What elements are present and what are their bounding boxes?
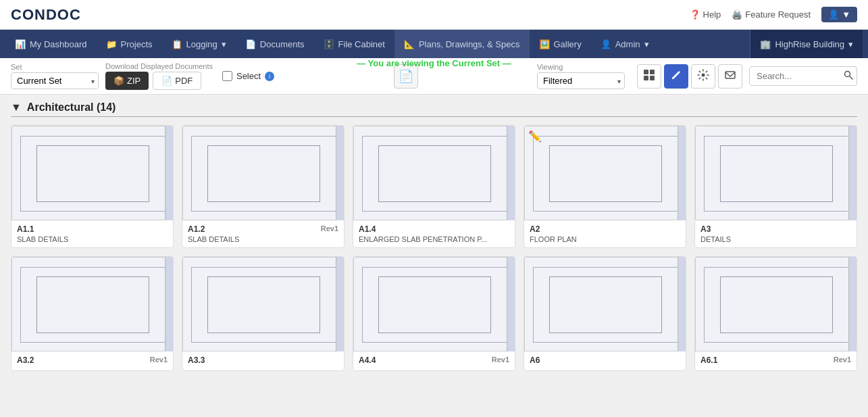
cards-grid-row1: A1.1 SLAB DETAILS A1.2 Rev1 SLAB DETAILS — [11, 125, 857, 248]
search-wrap — [749, 66, 857, 86]
card-side-bar — [848, 257, 857, 351]
card-title: SLAB DETAILS — [188, 235, 338, 243]
projects-icon: 📁 — [106, 39, 117, 49]
logging-icon: 📋 — [172, 39, 182, 49]
card-thumb — [182, 257, 344, 351]
card-thumb — [353, 257, 515, 351]
toolbar: — You are viewing the Current Set — Set … — [0, 58, 868, 95]
pdf-download-button[interactable]: 📄 PDF — [153, 72, 201, 90]
toolbar-icons — [637, 64, 742, 89]
svg-point-6 — [844, 72, 850, 77]
sidebar-item-logging[interactable]: 📋 Logging ▾ — [162, 30, 236, 58]
card-a6[interactable]: A6 — [524, 256, 686, 371]
cards-grid-row2: A3.2 Rev1 A3.3 — [11, 256, 857, 371]
card-number: A1.2 — [188, 224, 205, 234]
card-title: ENLARGED SLAB PENETRATION P... — [359, 235, 509, 243]
help-icon: ❓ — [690, 9, 700, 20]
card-number: A1.1 — [17, 224, 34, 234]
svg-rect-5 — [725, 72, 735, 78]
feature-icon: 🖨️ — [732, 9, 742, 20]
settings-button[interactable] — [691, 64, 715, 89]
svg-rect-3 — [650, 76, 655, 80]
sidebar-item-gallery[interactable]: 🖼️ Gallery — [530, 30, 591, 58]
card-number: A3 — [700, 224, 711, 234]
card-a6-1[interactable]: A6.1 Rev1 — [694, 256, 857, 371]
plans-icon: 📐 — [404, 39, 415, 49]
download-label: Download Displayed Documents — [105, 62, 213, 70]
edit-icon — [670, 69, 682, 84]
dashboard-icon: 📊 — [15, 39, 26, 49]
svg-rect-0 — [644, 70, 648, 74]
card-a2[interactable]: ✏️ A2 FLOOR PLAN — [524, 125, 686, 248]
sidebar-item-documents[interactable]: 📄 Documents — [236, 30, 314, 58]
card-number: A4.4 — [359, 355, 376, 365]
card-a3-3[interactable]: A3.3 — [182, 256, 344, 371]
card-number: A6.1 — [700, 355, 717, 365]
card-info: A6 — [524, 351, 686, 370]
user-avatar-button[interactable]: 👤 ▼ — [821, 7, 857, 22]
set-dropdown[interactable]: Current Set — [11, 72, 99, 89]
section-toggle-button[interactable]: ▼ — [11, 101, 22, 114]
card-revision: Rev1 — [321, 224, 338, 234]
email-button[interactable] — [718, 64, 742, 89]
grid-view-button[interactable] — [637, 64, 661, 89]
sidebar-item-dashboard[interactable]: 📊 My Dashboard — [5, 30, 97, 58]
doc-small-icon: 📄 — [399, 69, 413, 84]
building-selector[interactable]: 🏢 HighRise Building ▾ — [750, 30, 863, 58]
logo: CONDOC — [11, 6, 81, 24]
select-checkbox[interactable] — [222, 71, 232, 81]
sidebar-item-admin[interactable]: 👤 Admin ▾ — [591, 30, 659, 58]
set-dropdown-wrap: Set Current Set ▾ — [11, 63, 99, 89]
svg-point-4 — [701, 73, 705, 76]
sidebar-item-projects[interactable]: 📁 Projects — [97, 30, 162, 58]
admin-icon: 👤 — [601, 39, 611, 49]
card-title: FLOOR PLAN — [530, 235, 680, 243]
card-revision: Rev1 — [492, 355, 509, 365]
feature-request-button[interactable]: 🖨️ Feature Request — [732, 9, 811, 20]
documents-icon: 📄 — [245, 39, 256, 49]
card-info: A6.1 Rev1 — [695, 351, 857, 370]
zip-download-button[interactable]: 📦 ZIP — [105, 72, 149, 90]
card-info: A4.4 Rev1 — [353, 351, 515, 370]
card-a3[interactable]: A3 DETAILS — [694, 125, 857, 248]
card-a1-2[interactable]: A1.2 Rev1 SLAB DETAILS — [182, 125, 344, 248]
gear-icon — [697, 69, 709, 84]
select-info-icon[interactable]: i — [265, 72, 274, 81]
download-buttons: 📦 ZIP 📄 PDF — [105, 72, 213, 90]
card-info: A2 FLOOR PLAN — [524, 220, 686, 247]
card-side-bar — [336, 257, 344, 351]
logging-chevron-icon: ▾ — [222, 39, 226, 49]
card-info: A1.4 ENLARGED SLAB PENETRATION P... — [353, 220, 515, 247]
building-chevron-icon: ▾ — [848, 39, 853, 49]
card-side-bar — [678, 257, 686, 351]
filecabinet-icon: 🗄️ — [324, 39, 334, 49]
card-a1-4[interactable]: A1.4 ENLARGED SLAB PENETRATION P... — [353, 125, 515, 248]
sidebar-item-plans[interactable]: 📐 Plans, Drawings, & Specs — [394, 30, 530, 58]
card-number: A3.3 — [188, 355, 205, 365]
card-a1-1[interactable]: A1.1 SLAB DETAILS — [11, 125, 174, 248]
search-input[interactable] — [749, 66, 857, 86]
card-thumb — [353, 126, 515, 220]
search-button[interactable] — [844, 70, 853, 82]
gallery-icon: 🖼️ — [539, 39, 550, 49]
card-a3-2[interactable]: A3.2 Rev1 — [11, 256, 174, 371]
select-label[interactable]: Select — [236, 71, 261, 81]
pdf-icon: 📄 — [161, 76, 172, 86]
viewing-dropdown[interactable]: Filtered All — [537, 72, 625, 89]
card-title: DETAILS — [700, 235, 851, 243]
card-side-bar — [507, 257, 515, 351]
card-revision: Rev1 — [834, 355, 851, 365]
card-thumb — [11, 126, 173, 220]
admin-chevron-icon: ▾ — [644, 39, 649, 49]
card-a4-4[interactable]: A4.4 Rev1 — [353, 256, 515, 371]
card-side-bar — [678, 126, 686, 220]
email-icon — [724, 69, 736, 84]
card-number: A2 — [530, 224, 540, 234]
section-header: ▼ Architectural (14) — [11, 101, 857, 117]
edit-view-button[interactable] — [664, 64, 688, 89]
card-thumb — [695, 126, 857, 220]
card-thumb — [695, 257, 857, 351]
sidebar-item-filecabinet[interactable]: 🗄️ File Cabinet — [314, 30, 394, 58]
help-button[interactable]: ❓ Help — [690, 9, 721, 20]
card-number: A6 — [530, 355, 540, 365]
